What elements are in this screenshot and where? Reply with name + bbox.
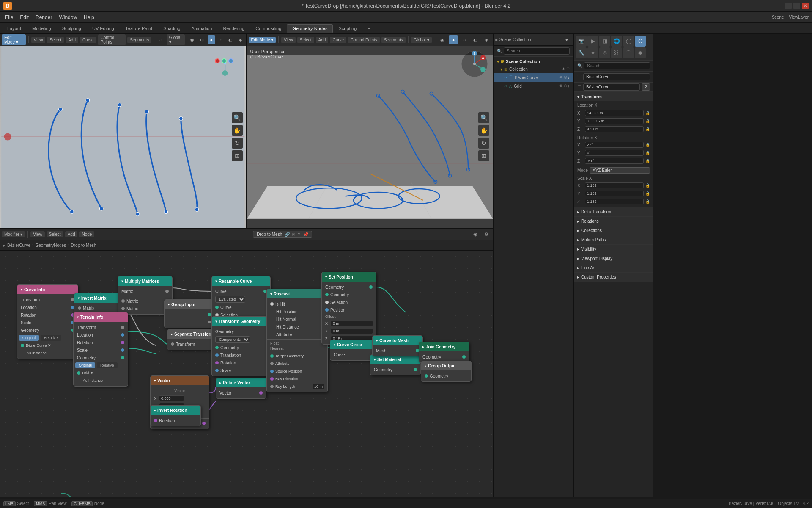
menu-help[interactable]: Help [80, 13, 98, 22]
tab-uv-editing[interactable]: UV Editing [87, 24, 120, 33]
location-x-value[interactable]: 14.596 m [585, 110, 644, 116]
ne-overlay-icon[interactable]: ◉ [471, 230, 480, 239]
curve-menu[interactable]: Curve [80, 37, 96, 43]
menu-render[interactable]: Render [32, 13, 55, 22]
transform-icon[interactable]: ↔ [157, 35, 165, 44]
ne-node-menu[interactable]: Node [79, 231, 94, 237]
overlay-icon-r[interactable]: ◉ [438, 35, 447, 44]
rotation-y-value[interactable]: 0° [585, 150, 644, 156]
close-button[interactable]: ✕ [802, 3, 809, 9]
rotation-x-value[interactable]: 27° [585, 142, 644, 148]
grid-icon-r[interactable]: ⊞ [478, 150, 489, 161]
view-menu[interactable]: View [31, 37, 46, 43]
visibility-section[interactable]: ▸ Visibility [574, 245, 653, 254]
shading-solid-r[interactable]: ● [449, 35, 458, 44]
shading-wire-r[interactable]: ○ [460, 35, 469, 44]
ne-select-menu[interactable]: Select [47, 231, 63, 237]
tab-add[interactable]: + [362, 24, 376, 33]
tg-dropdown[interactable]: Components [215, 336, 250, 343]
terrain-info-node[interactable]: ▾ Terrain Info Transform Location [73, 312, 128, 387]
rotate-icon-r[interactable]: ↻ [478, 138, 489, 149]
view-menu-r[interactable]: View [281, 37, 296, 43]
curve-to-mesh-node[interactable]: ▸ Curve to Mesh Mesh [372, 335, 423, 356]
node-editor[interactable]: Modifier ▾ View Select Add Node Drop to … [0, 229, 493, 497]
tab-layout[interactable]: Layout [2, 24, 27, 33]
grid-outliner-item[interactable]: ⊿ △ Grid 👁 ☉ ↓ [494, 82, 573, 90]
pin-icon[interactable]: 📌 [303, 232, 308, 237]
group-output-node[interactable]: ▸ Group Output Geometry [421, 361, 472, 382]
tab-geometry-nodes[interactable]: Geometry Nodes [287, 24, 333, 33]
tab-texture-paint[interactable]: Texture Paint [120, 24, 158, 33]
location-z-value[interactable]: 4.31 m [585, 126, 644, 132]
props-search-input[interactable] [584, 62, 650, 69]
object-name-field[interactable]: BézierCurve [583, 73, 650, 80]
object-data-name-field[interactable]: BézierCurve [583, 83, 640, 91]
edit-mode-dropdown-r[interactable]: Edit Mode ▾ [249, 37, 276, 43]
menu-file[interactable]: File [2, 13, 16, 22]
breadcrumb-beziercurve[interactable]: BézierCurve [7, 243, 30, 248]
group-input-node[interactable]: ▾ Group Input [164, 299, 215, 328]
tab-animation[interactable]: Animation [186, 24, 218, 33]
shading-material[interactable]: ◈ [236, 35, 244, 44]
ne-add-menu[interactable]: Add [65, 231, 78, 237]
collection-item[interactable]: ▾ ⊞ Collection 👁 ☉ [494, 65, 573, 73]
transform-geometry-node[interactable]: ▾ Transform Geometry Geometry Components [211, 316, 273, 376]
custom-props-section[interactable]: ▸ Custom Properties [574, 273, 653, 282]
motion-paths-section[interactable]: ▸ Motion Paths [574, 235, 653, 245]
tab-scripting[interactable]: Scripting [333, 24, 362, 33]
physics-props-icon[interactable]: ⚙ [599, 47, 610, 58]
curve-info-node[interactable]: ▾ Curve Info Transform Location [17, 284, 78, 359]
control-points-menu[interactable]: Control Points [98, 34, 126, 45]
pan-icon-r[interactable]: ✋ [478, 125, 489, 136]
shading-rendered[interactable]: ◐ [227, 35, 235, 44]
shading-solid[interactable]: ● [208, 35, 216, 44]
scale-x-value[interactable]: 1.182 [585, 182, 644, 188]
breadcrumb-droptomesh[interactable]: Drop to Mesh [71, 243, 96, 248]
data-props-icon[interactable]: ⌒ [623, 47, 634, 58]
pan-icon[interactable]: ✋ [232, 125, 243, 136]
constraints-props-icon[interactable]: ⛓ [611, 47, 622, 58]
raycast-node[interactable]: ▾ Raycast Is Hit Hit Position [266, 289, 328, 392]
rc-dropdown[interactable]: Evaluated Count Length [215, 296, 245, 303]
menu-window[interactable]: Window [55, 13, 80, 22]
ne-view-menu[interactable]: View [30, 231, 45, 237]
world-props-icon[interactable]: ◯ [623, 36, 634, 47]
menu-edit[interactable]: Edit [16, 13, 32, 22]
select-menu-r[interactable]: Select [297, 37, 314, 43]
material-props-icon[interactable]: ◉ [635, 47, 646, 58]
tab-shading[interactable]: Shading [158, 24, 186, 33]
curve-menu-r[interactable]: Curve [330, 37, 346, 43]
minimize-button[interactable]: ─ [785, 3, 792, 9]
persp-canvas[interactable]: User Perspective (1) BézierCurve X Y [247, 46, 493, 228]
delta-transform-section[interactable]: ▸ Delta Transform [574, 207, 653, 217]
zoom-icon[interactable]: 🔍 [232, 112, 243, 123]
global-dropdown[interactable]: Global ▾ [167, 34, 185, 45]
control-points-menu-r[interactable]: Control Points [348, 37, 380, 43]
set-position-node[interactable]: ▾ Set Position Geometry Geometry [321, 272, 376, 345]
top-orthographic-viewport[interactable]: Edit Mode ▾ View Select Add Curve Contro… [0, 34, 247, 228]
ti-original-toggle[interactable]: Original [75, 362, 95, 368]
relations-section[interactable]: ▸ Relations [574, 217, 653, 226]
output-props-icon[interactable]: ▶ [587, 36, 598, 47]
edit-mode-dropdown[interactable]: Edit Mode ▾ [2, 34, 26, 45]
render-props-icon[interactable]: 📷 [576, 36, 587, 47]
zoom-icon-r[interactable]: 🔍 [478, 112, 489, 123]
relative-toggle[interactable]: Relative [41, 335, 61, 341]
modifier-props-icon[interactable]: 🔧 [576, 47, 587, 58]
segments-menu[interactable]: Segments [127, 37, 151, 43]
tab-sculpting[interactable]: Sculpting [57, 24, 87, 33]
filter-icon[interactable]: ▼ [562, 35, 571, 44]
viewport-display-section[interactable]: ▸ Viewport Display [574, 254, 653, 263]
rotate-vector-node[interactable]: ▸ Rotate Vector Vector [216, 378, 266, 399]
maximize-button[interactable]: □ [793, 3, 800, 9]
close-icon[interactable]: ✕ [297, 232, 301, 237]
invert-rotation-node[interactable]: ▸ Invert Rotation Rotation [150, 405, 201, 426]
object-props-icon[interactable]: ⬡ [635, 36, 646, 47]
transform-section-header[interactable]: ▾ Transform [574, 92, 653, 101]
original-toggle[interactable]: Original [19, 335, 39, 341]
set-material-node[interactable]: ▸ Set Material Geometry [370, 354, 421, 375]
view-layer-props-icon[interactable]: ◨ [599, 36, 610, 47]
outliner-search-input[interactable] [504, 47, 570, 55]
node-canvas[interactable]: ▾ Curve Info Transform Location [0, 251, 493, 497]
node-tree-name[interactable]: Drop to Mesh 🔗 ⎘ ✕ 📌 [253, 231, 312, 238]
